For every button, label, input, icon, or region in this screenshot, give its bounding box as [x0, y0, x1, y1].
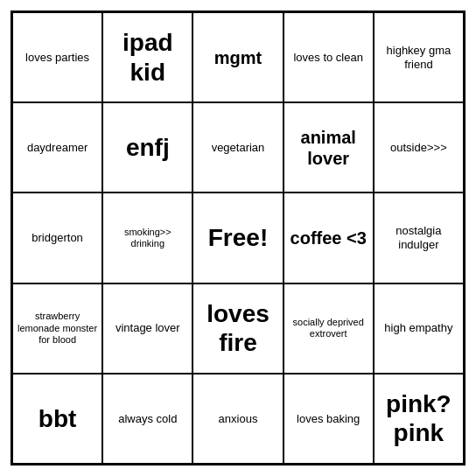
bingo-cell-text: highkey gma friend [378, 44, 459, 71]
bingo-cell-text: bridgerton [32, 231, 83, 245]
bingo-cell: highkey gma friend [374, 12, 464, 102]
bingo-cell: nostalgia indulger [374, 192, 464, 283]
bingo-cell: enfj [102, 102, 192, 192]
bingo-cell-text: mgmt [214, 47, 262, 68]
bingo-cell-text: enfj [126, 133, 170, 163]
bingo-cell: bbt [12, 374, 102, 464]
bingo-cell-text: anxious [219, 412, 258, 426]
bingo-cell: loves to clean [284, 12, 374, 102]
bingo-cell: anxious [192, 374, 283, 464]
bingo-cell-text: loves fire [197, 299, 278, 358]
bingo-cell: Free! [192, 192, 283, 283]
bingo-cell: loves fire [192, 284, 283, 374]
bingo-cell-text: always cold [118, 412, 177, 426]
bingo-cell: ipad kid [102, 12, 192, 102]
bingo-cell: always cold [102, 374, 192, 464]
bingo-cell-text: vintage lover [116, 321, 180, 335]
bingo-cell-text: high empathy [384, 321, 452, 335]
bingo-cell: coffee <3 [284, 192, 374, 283]
bingo-cell: animal lover [284, 102, 374, 192]
bingo-cell-text: loves baking [297, 412, 360, 426]
bingo-cell-text: bbt [38, 404, 77, 434]
bingo-cell: daydreamer [12, 102, 102, 192]
bingo-cell: pink? pink [374, 374, 464, 464]
bingo-cell: smoking>> drinking [102, 192, 192, 283]
bingo-cell: bridgerton [12, 192, 102, 283]
bingo-cell-text: nostalgia indulger [378, 224, 459, 251]
bingo-cell: mgmt [192, 12, 283, 102]
bingo-cell-text: coffee <3 [290, 228, 367, 248]
bingo-cell-text: smoking>> drinking [107, 227, 188, 249]
bingo-cell-text: strawberry lemonade monster for blood [17, 311, 98, 346]
bingo-cell: loves baking [284, 374, 374, 464]
bingo-cell: loves parties [12, 12, 102, 102]
bingo-cell-text: Free! [208, 223, 268, 253]
bingo-cell-text: pink? pink [378, 389, 459, 448]
bingo-cell-text: loves to clean [293, 51, 363, 65]
bingo-cell: vegetarian [192, 102, 283, 192]
bingo-board: loves partiesipad kidmgmtloves to cleanh… [10, 10, 466, 466]
bingo-cell: vintage lover [102, 284, 192, 374]
bingo-cell: outside>>> [374, 102, 464, 192]
bingo-cell: socially deprived extrovert [284, 284, 374, 374]
bingo-cell-text: ipad kid [107, 28, 188, 87]
bingo-cell: strawberry lemonade monster for blood [12, 284, 102, 374]
bingo-cell-text: vegetarian [212, 141, 265, 155]
bingo-cell-text: daydreamer [27, 141, 88, 155]
bingo-cell-text: loves parties [25, 51, 89, 65]
bingo-cell-text: animal lover [288, 127, 369, 169]
bingo-cell-text: outside>>> [390, 141, 447, 155]
bingo-cell-text: socially deprived extrovert [288, 317, 369, 340]
bingo-cell: high empathy [374, 284, 464, 374]
